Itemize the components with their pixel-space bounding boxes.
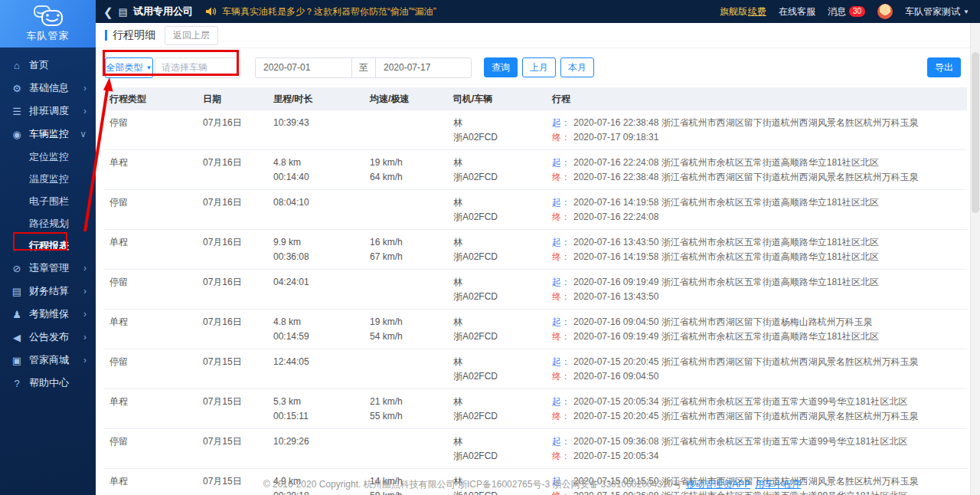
sidebar-item-vehicle-monitor[interactable]: ◉车辆监控∨ — [0, 123, 96, 146]
start-label: 起： — [552, 237, 570, 248]
sidebar: 车队管家 ⌂首页⚙基础信息›☰排班调度›◉车辆监控∨定位监控温度监控电子围栏路径… — [0, 0, 96, 495]
sidebar-item-scheduling[interactable]: ☰排班调度› — [0, 100, 96, 123]
sidebar-item-finance[interactable]: ▤财务结算› — [0, 280, 96, 303]
speed-cell — [370, 275, 450, 304]
date-cell: 07月16日 — [203, 116, 270, 145]
date-to-input[interactable]: 2020-07-17 — [375, 57, 472, 78]
app-logo: 车队管家 — [0, 0, 96, 48]
scrollbar-track[interactable] — [970, 23, 980, 495]
sidebar-item-basic-info[interactable]: ⚙基础信息› — [0, 77, 96, 100]
announcement-icon: ◀ — [11, 332, 23, 343]
org-list-icon[interactable]: ▤ — [119, 6, 128, 18]
vehicle-select-input[interactable] — [155, 57, 240, 78]
table-row: 停留07月15日12:44:05林浙A02FCD起：2020-07-15 20:… — [103, 349, 967, 389]
start-label: 起： — [552, 316, 570, 327]
end-label: 终： — [552, 411, 570, 421]
help-icon: ? — [11, 378, 23, 389]
sidebar-item-violation[interactable]: ⊘违章管理› — [0, 257, 96, 280]
table-row: 停留07月16日10:39:43林浙A02FCD起：2020-07-16 22:… — [103, 110, 967, 150]
brand-name: 车队管家 — [27, 29, 70, 43]
column-header: 行程 — [552, 93, 964, 106]
sidebar-item-temperature-monitor[interactable]: 温度监控 — [0, 168, 96, 190]
announcement-text[interactable]: 车辆真实油耗是多少？这款利器帮你防范“偷油”“漏油” — [222, 5, 436, 18]
table-row: 单程07月15日4.9 km00:20:1814 km/h59 km/h林浙A0… — [103, 469, 967, 495]
filter-bar: 全部类型 ▼ 2020-07-01 至 2020-07-17 查询 上月 本月 … — [105, 57, 972, 78]
sidebar-item-announcement[interactable]: ◀公告发布› — [0, 326, 96, 349]
company-name[interactable]: 试用专用公司 — [133, 5, 193, 18]
column-header: 司机/车辆 — [453, 93, 549, 106]
speed-cell — [370, 355, 450, 384]
sidebar-item-geofence[interactable]: 电子围栏 — [0, 190, 96, 212]
date-cell: 07月15日 — [203, 434, 270, 464]
mileage-duration-cell: 04:24:01 — [273, 275, 367, 304]
trip-cell: 起：2020-07-16 22:24:08 浙江省杭州市余杭区五常街道高顺路华立… — [552, 156, 964, 185]
chevron-down-icon: ▼ — [963, 8, 969, 15]
chevron-right-icon: › — [83, 355, 87, 366]
start-label: 起： — [552, 197, 570, 208]
scrollbar-thumb[interactable] — [972, 52, 979, 213]
main-content: 全部类型 ▼ 2020-07-01 至 2020-07-17 查询 上月 本月 … — [96, 48, 980, 495]
prev-month-button[interactable]: 上月 — [522, 57, 556, 77]
this-month-button[interactable]: 本月 — [560, 57, 594, 77]
column-header: 日期 — [203, 93, 270, 106]
trip-type-dropdown[interactable]: 全部类型 ▼ — [105, 57, 153, 78]
basic-info-icon: ⚙ — [11, 83, 23, 94]
mileage-duration-cell: 5.3 km00:15:11 — [273, 395, 367, 424]
avatar[interactable] — [877, 4, 893, 19]
speed-cell — [370, 195, 450, 225]
trip-cell: 起：2020-07-16 22:38:48 浙江省杭州市西湖区留下街道杭州西湖风… — [552, 116, 964, 145]
date-cell: 07月16日 — [203, 195, 270, 225]
driver-vehicle-cell: 林浙A02FCD — [453, 315, 549, 344]
chevron-right-icon: › — [83, 83, 87, 93]
account-menu[interactable]: 车队管家测试 ▼ — [905, 5, 969, 18]
driver-vehicle-cell: 林浙A02FCD — [453, 474, 549, 495]
back-button[interactable]: 返回上层 — [165, 26, 218, 45]
sidebar-item-trip-report[interactable]: 行程报表 — [0, 234, 96, 257]
driver-vehicle-cell: 林浙A02FCD — [453, 195, 549, 225]
sidebar-item-home[interactable]: ⌂首页 — [0, 54, 96, 77]
chevron-right-icon: › — [83, 263, 87, 274]
sidebar-item-mall[interactable]: ▣管家商城› — [0, 349, 96, 372]
speed-cell — [370, 434, 450, 464]
driver-vehicle-cell: 林浙A02FCD — [453, 156, 549, 185]
trip-type-cell: 停留 — [109, 195, 200, 225]
end-label: 终： — [552, 211, 570, 222]
table-body: 停留07月16日10:39:43林浙A02FCD起：2020-07-16 22:… — [103, 110, 967, 495]
scheduling-icon: ☰ — [11, 106, 23, 117]
search-button[interactable]: 查询 — [484, 57, 518, 77]
trip-type-cell: 停留 — [109, 355, 200, 384]
end-label: 终： — [552, 331, 570, 342]
date-cell: 07月15日 — [203, 395, 270, 424]
collapse-sidebar-icon[interactable]: ❮ — [103, 6, 113, 18]
date-cell: 07月16日 — [203, 275, 270, 304]
chevron-right-icon: › — [83, 106, 87, 116]
footer-link[interactable]: 用车小程序 — [755, 479, 801, 490]
sidebar-item-attendance[interactable]: ♟考勤维保› — [0, 303, 96, 326]
start-label: 起： — [552, 436, 570, 447]
footer-link[interactable]: 移动管理员APP — [686, 479, 750, 490]
announcement-speaker-icon — [206, 7, 217, 16]
trip-cell: 起：2020-07-16 14:19:58 浙江省杭州市余杭区五常街道高顺路华立… — [552, 195, 964, 225]
mall-icon: ▣ — [11, 355, 23, 366]
start-label: 起： — [552, 157, 570, 168]
mileage-duration-cell: 4.8 km00:14:59 — [273, 315, 367, 344]
column-header: 里程/时长 — [273, 93, 367, 106]
end-label: 终： — [552, 132, 570, 143]
start-label: 起： — [552, 277, 570, 287]
driver-vehicle-cell: 林浙A02FCD — [453, 434, 549, 464]
sidebar-item-route-planning[interactable]: 路径规划 — [0, 212, 96, 234]
date-from-input[interactable]: 2020-07-01 — [255, 57, 352, 78]
speed-cell: 16 km/h67 km/h — [370, 235, 450, 264]
export-button[interactable]: 导出 — [927, 57, 961, 77]
messages-link[interactable]: 消息 30 — [828, 5, 865, 18]
sidebar-item-location-monitor[interactable]: 定位监控 — [0, 146, 96, 168]
date-cell: 07月15日 — [203, 474, 270, 495]
renew-link[interactable]: 旗舰版续费 — [720, 5, 766, 18]
table-row: 单程07月16日4.8 km00:14:5919 km/h54 km/h林浙A0… — [103, 310, 967, 349]
trip-cell: 起：2020-07-16 09:04:50 浙江省杭州市西湖区留下街道杨梅山路杭… — [552, 315, 964, 344]
online-service-link[interactable]: 在线客服 — [779, 5, 815, 18]
driver-vehicle-cell: 林浙A02FCD — [453, 235, 549, 264]
mileage-duration-cell: 9.9 km00:36:08 — [273, 235, 367, 264]
driver-vehicle-cell: 林浙A02FCD — [453, 116, 549, 145]
sidebar-item-help[interactable]: ?帮助中心 — [0, 372, 96, 395]
